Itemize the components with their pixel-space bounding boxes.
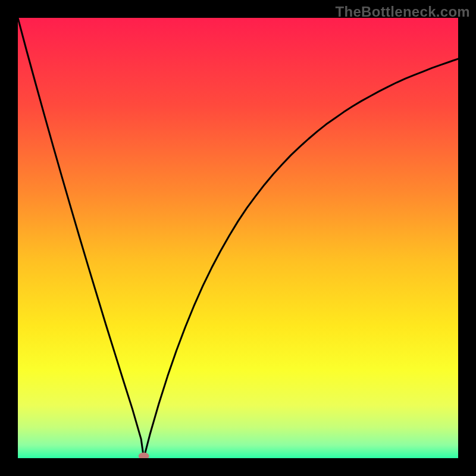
chart-svg bbox=[18, 18, 458, 458]
plot-area bbox=[18, 18, 458, 458]
chart-frame: TheBottleneck.com bbox=[0, 0, 476, 476]
